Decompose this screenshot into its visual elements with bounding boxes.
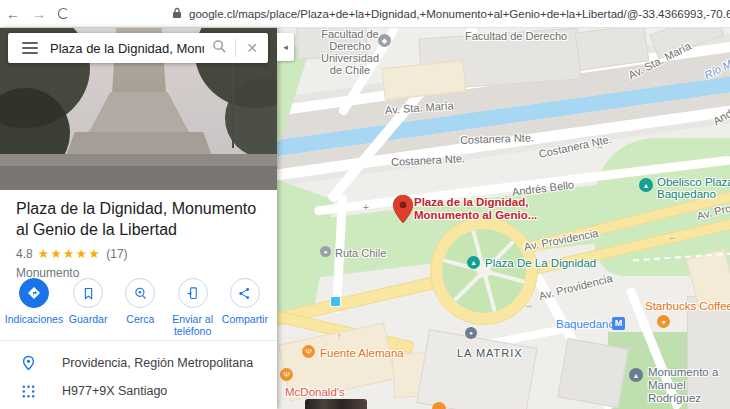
map-label-fuente-alemana[interactable]: Fuente Alemana [320,347,404,359]
plaza-dignidad-icon[interactable]: ▲ [467,256,480,269]
monument-base-art [88,92,190,134]
share-icon [230,278,260,308]
share-label: Compartir [222,313,268,325]
map-canvas[interactable]: ← → → ↑ Facultad de Derecho Universidad … [277,28,730,409]
map-label-obelisco[interactable]: Obelisco Plaza Baquedano [657,176,730,200]
cross-marker-icon: + [363,202,369,213]
place-pin-label-line2[interactable]: Monumento al Genio... [414,209,537,221]
nearby-button[interactable]: Cerca [114,278,166,337]
send-to-phone-label: Enviar al teléfono [167,313,219,337]
directions-button[interactable]: Indicaciones [6,278,62,337]
forward-icon[interactable]: → [26,6,52,22]
map-label-plaza-dignidad[interactable]: Plaza De La Dignidad [485,257,596,269]
place-title: Plaza de la Dignidad, Monumento al Genio… [16,198,266,240]
monumento-mr-icon[interactable]: ▲ [629,368,643,382]
hours-row[interactable]: Abierto ahora: Abierto las 24 horas [0,404,277,409]
rating-row[interactable]: 4.8 ★★★★★ (17) [16,246,261,261]
directions-label: Indicaciones [5,313,63,325]
starbucks-icon[interactable]: ● [657,315,670,328]
nearby-label: Cerca [126,313,154,325]
photo-thumbnail[interactable] [305,399,367,409]
review-count[interactable]: (17) [106,247,127,261]
map-label-facultad-derecho[interactable]: Facultad de Derecho [465,30,567,42]
mcdonalds-icon[interactable]: Ψ [280,368,293,381]
map-label-costanera-1: Costanera Nte. [460,131,534,146]
search-box: ✕ [8,33,268,63]
menu-icon[interactable] [22,39,38,57]
url-text[interactable]: google.cl/maps/place/Plaza+de+la+Dignida… [189,8,730,20]
left-triangle-icon: ◂ [283,42,288,52]
send-to-phone-button[interactable]: Enviar al teléfono [167,278,219,337]
map-label-la-matrix[interactable]: LA MATRIX [457,347,523,359]
divider [235,39,236,57]
divider [0,340,277,341]
fuente-alemana-icon[interactable]: Ψ [302,345,315,358]
search-input[interactable] [50,41,204,56]
obelisco-icon[interactable]: ▲ [639,178,653,192]
action-bar: Indicaciones Guardar Cerca Enviar al tel… [0,278,277,337]
nearby-icon [125,278,155,308]
map-label-baquedano[interactable]: Baquedano [556,318,615,330]
map-label-av-providencia-2: Av. Providencia [538,272,614,302]
map-label-mcdonalds[interactable]: McDonald's [285,386,345,398]
back-icon[interactable]: ← [0,6,26,22]
oneway-arrow-icon: ↑ [337,331,342,341]
ground-art [0,166,277,190]
place-pin-icon[interactable] [392,194,414,224]
la-matrix-icon[interactable]: ● [465,327,477,339]
place-header: Plaza de la Dignidad, Monumento al Genio… [0,190,277,280]
map-building [557,338,628,408]
map-label-ruta-chile[interactable]: Ruta Chile [335,247,386,259]
address-text: Providencia, Región Metropolitana [62,356,253,370]
rating-value: 4.8 [16,247,33,261]
map-label-facultad-universidad[interactable]: Facultad de Derecho Universidad de Chile [315,28,385,76]
metro-m-icon[interactable]: M [612,317,625,330]
oneway-arrow-icon: ← [668,232,677,242]
location-pin-icon [16,355,40,371]
plus-code-row[interactable]: H977+9X Santiago [0,378,277,404]
star-rating-icons: ★★★★★ [38,246,102,261]
google-maps-window: ← → google.cl/maps/place/Plaza+de+la+Dig… [0,0,730,409]
place-pin-label-line1[interactable]: Plaza de la Dignidad, [414,196,528,208]
oneway-arrow-icon: → [524,300,533,310]
save-button[interactable]: Guardar [62,278,114,337]
bus-stop-icon[interactable] [330,296,341,307]
university-icon[interactable]: ◆ [378,34,391,47]
poi-pin-icon[interactable] [432,402,446,409]
plus-code-icon [16,384,40,399]
ruta-chile-icon[interactable]: ● [320,246,331,257]
directions-icon [19,278,49,308]
lock-icon[interactable] [172,5,182,23]
map-label-costanera-3: Costanera Nte. [391,152,466,168]
phone-icon [178,278,208,308]
monument-plinth-art [66,132,212,156]
panel-collapse-button[interactable]: ◂ [277,33,294,61]
map-label-starbucks[interactable]: Starbucks Coffee [645,300,730,312]
plus-code-text: H977+9X Santiago [62,384,167,398]
map-label-monumento-mr[interactable]: Monumento a Manuel Rodríguez [648,366,730,405]
save-label: Guardar [69,313,108,325]
address-row[interactable]: Providencia, Región Metropolitana [0,350,277,376]
search-icon[interactable] [212,39,227,58]
browser-toolbar: ← → google.cl/maps/place/Plaza+de+la+Dig… [0,0,730,28]
close-icon[interactable]: ✕ [246,40,258,56]
share-button[interactable]: Compartir [219,278,271,337]
reload-icon[interactable] [58,8,69,19]
place-panel: ✕ Plaza de la Dignidad, Monumento al Gen… [0,28,277,409]
bookmark-icon [73,278,103,308]
